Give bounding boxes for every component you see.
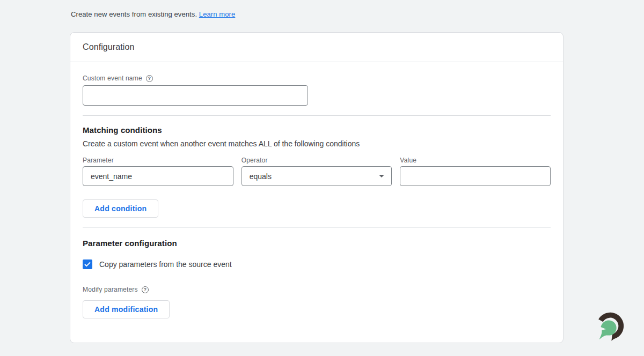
spartan-helmet-logo (592, 310, 626, 344)
matching-conditions-description: Create a custom event when another event… (83, 139, 551, 148)
parameter-configuration-title: Parameter configuration (83, 239, 551, 248)
value-field: Value (400, 157, 551, 186)
operator-label: Operator (241, 157, 392, 164)
card-body: Custom event name ? Matching conditions … (70, 75, 563, 318)
custom-event-name-label-row: Custom event name ? (83, 75, 551, 82)
modify-parameters-label-row: Modify parameters ? (83, 286, 551, 293)
operator-selected-value: equals (250, 172, 272, 181)
operator-field: Operator equals (241, 157, 392, 186)
matching-conditions-title: Matching conditions (83, 125, 551, 135)
operator-select[interactable]: equals (241, 166, 392, 186)
create-event-page: Create new events from existing events. … (0, 0, 644, 356)
divider (83, 115, 551, 116)
configuration-card: Configuration Custom event name ? Matchi… (70, 32, 564, 343)
parameter-input[interactable] (83, 166, 233, 186)
parameter-field: Parameter (83, 157, 233, 186)
add-modification-button[interactable]: Add modification (83, 300, 170, 318)
parameter-label: Parameter (83, 157, 233, 164)
add-condition-button[interactable]: Add condition (83, 199, 158, 218)
learn-more-link[interactable]: Learn more (199, 10, 235, 18)
custom-event-name-label: Custom event name (83, 75, 142, 82)
copy-parameters-label: Copy parameters from the source event (99, 260, 232, 269)
modify-parameters-label: Modify parameters (83, 286, 138, 293)
copy-parameters-checkbox[interactable] (83, 259, 92, 269)
value-input[interactable] (400, 166, 551, 186)
card-header: Configuration (70, 33, 563, 62)
custom-event-name-input[interactable] (83, 85, 308, 106)
help-icon[interactable]: ? (142, 286, 149, 293)
chevron-down-icon (379, 175, 384, 177)
checkmark-icon (84, 262, 91, 267)
value-label: Value (400, 157, 551, 164)
intro-description: Create new events from existing events. (71, 10, 197, 18)
condition-row: Parameter Operator equals Value (83, 157, 551, 186)
intro-text: Create new events from existing events. … (71, 10, 235, 18)
divider (83, 227, 551, 228)
copy-parameters-row: Copy parameters from the source event (83, 259, 551, 269)
help-icon[interactable]: ? (146, 75, 153, 82)
card-title: Configuration (83, 42, 134, 52)
